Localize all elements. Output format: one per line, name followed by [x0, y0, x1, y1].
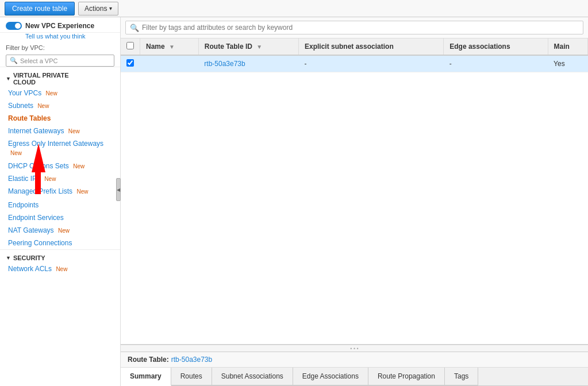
row-route-table-id: rtb-50a3e73b: [198, 55, 298, 72]
main-layout: New VPC Experience Tell us what you thin…: [0, 17, 588, 386]
search-wrapper: 🔍: [125, 21, 583, 34]
sidebar-item-endpoint-services[interactable]: Endpoint Services: [0, 211, 120, 224]
detail-panel: Route Table: rtb-50a3e73b Summary Routes…: [121, 352, 588, 386]
security-section-heading: ▼ SECURITY: [0, 249, 120, 263]
route-table-detail-label: Route Table:: [128, 356, 169, 364]
sidebar-item-dhcp-options[interactable]: DHCP Options Sets New: [0, 160, 120, 172]
nav-badge-prefix-lists: New: [76, 188, 88, 195]
route-tables-table: Name ▼ Route Table ID ▼ Explicit subnet …: [121, 38, 588, 72]
nav-label-egress-gateways: Egress Only Internet Gateways: [8, 140, 103, 148]
tab-routes[interactable]: Routes: [171, 368, 212, 385]
table-header-name: Name ▼: [140, 38, 199, 55]
vpc-experience-label: New VPC Experience: [25, 22, 94, 30]
security-section-title: SECURITY: [13, 254, 45, 261]
table-header-edge-associations: Edge associations: [444, 38, 548, 55]
sidebar-item-subnets[interactable]: Subnets New: [0, 99, 120, 112]
tab-subnet-associations[interactable]: Subnet Associations: [212, 368, 293, 385]
row-edge-associations: -: [444, 55, 548, 72]
sidebar-item-your-vpcs[interactable]: Your VPCs New: [0, 87, 120, 99]
search-input[interactable]: [125, 21, 583, 34]
nav-badge-your-vpcs: New: [46, 90, 57, 96]
nav-badge-elastic-ips: New: [44, 176, 56, 182]
vpc-experience-banner: New VPC Experience: [0, 17, 120, 33]
select-all-checkbox[interactable]: [126, 42, 134, 49]
row-main: Yes: [548, 55, 587, 72]
search-bar: 🔍: [121, 17, 588, 38]
content-area: 🔍 Name ▼ Route Tab: [121, 17, 588, 386]
nav-label-subnets: Subnets: [8, 102, 33, 110]
vpc-section-title: VIRTUAL PRIVATECLOUD: [13, 72, 69, 86]
sidebar-item-prefix-lists[interactable]: Managed Prefix Lists New: [0, 185, 120, 199]
sidebar-item-peering-connections[interactable]: Peering Connections: [0, 237, 120, 249]
sidebar-item-route-tables[interactable]: Route Tables: [0, 112, 120, 125]
nav-badge-nat-gateways: New: [58, 227, 70, 234]
vpc-select-dropdown[interactable]: 🔍 Select a VPC: [6, 55, 114, 67]
sidebar: New VPC Experience Tell us what you thin…: [0, 17, 121, 386]
name-sort-icon[interactable]: ▼: [169, 44, 175, 50]
table-header-checkbox: [121, 38, 140, 55]
search-icon: 🔍: [130, 24, 139, 32]
vpc-select-placeholder: Select a VPC: [20, 57, 57, 64]
security-triangle-icon: ▼: [6, 255, 11, 261]
nav-label-nat-gateways: NAT Gateways: [8, 226, 54, 234]
row-checkbox-cell: [121, 55, 140, 72]
nav-label-route-tables: Route Tables: [8, 114, 51, 122]
nav-badge-dhcp-options: New: [73, 163, 84, 169]
route-table-detail-value: rtb-50a3e73b: [171, 356, 212, 364]
sidebar-resize-handle[interactable]: ◀: [116, 178, 121, 201]
tab-tags[interactable]: Tags: [445, 368, 478, 385]
table-row[interactable]: rtb-50a3e73b - - Yes: [121, 55, 588, 72]
nav-label-endpoints: Endpoints: [8, 201, 39, 209]
sidebar-item-elastic-ips[interactable]: Elastic IPs New: [0, 172, 120, 185]
row-explicit-subnet: -: [299, 55, 444, 72]
nav-label-prefix-lists: Managed Prefix Lists: [8, 187, 72, 195]
nav-label-elastic-ips: Elastic IPs: [8, 175, 40, 183]
nav-label-network-acls: Network ACLs: [8, 265, 52, 273]
tab-summary[interactable]: Summary: [121, 368, 171, 386]
nav-label-internet-gateways: Internet Gateways: [8, 127, 64, 135]
nav-badge-internet-gateways: New: [68, 128, 80, 134]
scroll-dots: • • •: [350, 346, 358, 352]
route-table-id-sort-icon[interactable]: ▼: [256, 44, 262, 50]
vpc-experience-link[interactable]: Tell us what you think: [0, 33, 120, 43]
detail-tabs: Summary Routes Subnet Associations Edge …: [121, 368, 588, 386]
toggle-knob: [15, 23, 21, 29]
table-header-row: Name ▼ Route Table ID ▼ Explicit subnet …: [121, 38, 588, 55]
actions-button[interactable]: Actions ▾: [78, 2, 118, 16]
section-triangle-icon: ▼: [6, 76, 11, 82]
nav-label-peering-connections: Peering Connections: [8, 239, 72, 247]
create-route-table-button[interactable]: Create route table: [5, 2, 75, 16]
vpc-section-heading: ▼ VIRTUAL PRIVATECLOUD: [0, 67, 120, 87]
actions-label: Actions: [84, 5, 107, 13]
horizontal-scroll-hint: • • •: [121, 345, 588, 352]
filter-by-vpc-label: Filter by VPC:: [0, 43, 120, 55]
row-name: [140, 55, 199, 72]
nav-badge-network-acls: New: [56, 266, 67, 272]
tab-route-propagation[interactable]: Route Propagation: [368, 368, 445, 385]
sidebar-item-nat-gateways[interactable]: NAT Gateways New: [0, 224, 120, 237]
table-header-route-table-id: Route Table ID ▼: [198, 38, 298, 55]
sidebar-item-endpoints[interactable]: Endpoints: [0, 199, 120, 211]
nav-badge-egress-gateways: New: [10, 150, 22, 156]
detail-header: Route Table: rtb-50a3e73b: [121, 352, 588, 368]
route-tables-table-container: Name ▼ Route Table ID ▼ Explicit subnet …: [121, 38, 588, 345]
sidebar-item-internet-gateways[interactable]: Internet Gateways New: [0, 125, 120, 137]
actions-arrow-icon: ▾: [109, 5, 112, 11]
nav-label-your-vpcs: Your VPCs: [8, 89, 41, 97]
toolbar: Create route table Actions ▾: [0, 0, 588, 17]
vpc-search-icon: 🔍: [10, 57, 18, 64]
nav-badge-subnets: New: [37, 103, 49, 109]
table-header-main: Main: [548, 38, 587, 55]
table-header-explicit-subnet: Explicit subnet association: [299, 38, 444, 55]
sidebar-item-network-acls[interactable]: Network ACLs New: [0, 263, 120, 275]
nav-label-dhcp-options: DHCP Options Sets: [8, 162, 69, 170]
sidebar-item-egress-gateways[interactable]: Egress Only Internet Gateways New: [0, 137, 120, 160]
vpc-experience-toggle[interactable]: [6, 22, 22, 30]
row-checkbox[interactable]: [126, 59, 134, 67]
nav-label-endpoint-services: Endpoint Services: [8, 214, 64, 222]
tab-edge-associations[interactable]: Edge Associations: [293, 368, 368, 385]
